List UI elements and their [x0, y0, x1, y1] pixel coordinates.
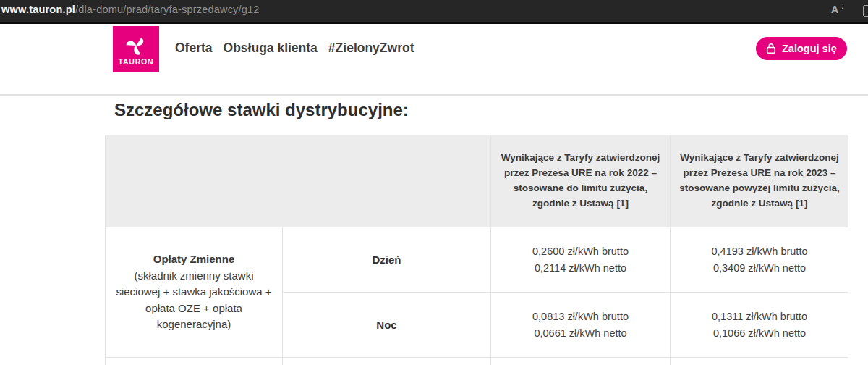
main-nav: Oferta Obsługa klienta #ZielonyZwrot [175, 24, 414, 72]
table-header-2023: Wynikające z Taryfy zatwierdzonej przez … [671, 135, 848, 227]
login-button-label: Zaloguj się [782, 43, 837, 54]
value-noc-2022: 0,0813 zł/kWh brutto 0,0661 zł/kWh netto [491, 293, 670, 357]
tauron-pinwheel-icon [124, 35, 148, 56]
next-row-partial-cell-2 [283, 358, 490, 365]
value-noc-2022-netto: 0,0661 zł/kWh netto [534, 325, 626, 341]
page: www.tauron.pl/dla-domu/prad/taryfa-sprze… [0, 0, 868, 365]
site-header: TAURON Oferta Obsługa klienta #ZielonyZw… [0, 24, 868, 94]
value-dzien-2023-brutto: 0,4193 zł/kWh brutto [712, 243, 808, 259]
url-path: /dla-domu/prad/taryfa-sprzedawcy/g12 [75, 4, 260, 15]
row-group-subtitle: (składnik zmienny stawki sieciowej + sta… [114, 268, 273, 333]
value-dzien-2022: 0,2600 zł/kWh brutto 0,2114 zł/kWh netto [491, 227, 670, 292]
next-row-partial-cell-1 [106, 358, 282, 365]
value-dzien-2023-netto: 0,3409 zł/kWh netto [713, 260, 806, 276]
value-noc-2023: 0,1311 zł/kWh brutto 0,1066 zł/kWh netto [671, 293, 848, 357]
header-divider [0, 94, 868, 96]
value-dzien-2023: 0,4193 zł/kWh brutto 0,3409 zł/kWh netto [671, 227, 848, 292]
table-header-2022: Wynikające z Taryfy zatwierdzonej przez … [491, 135, 670, 227]
bookmark-icon[interactable] [863, 5, 868, 17]
row-label-noc: Noc [283, 293, 490, 357]
table-header-empty-cell [106, 135, 490, 227]
url-text[interactable]: www.tauron.pl/dla-domu/prad/taryfa-sprze… [1, 4, 260, 15]
row-group-oplaty-zmienne: Opłaty Zmienne (składnik zmienny stawki … [106, 227, 282, 357]
login-button[interactable]: Zaloguj się [756, 37, 847, 60]
value-noc-2023-brutto: 0,1311 zł/kWh brutto [712, 309, 807, 324]
distribution-rates-table: Wynikające z Taryfy zatwierdzonej przez … [105, 135, 848, 365]
browser-address-bar[interactable]: www.tauron.pl/dla-domu/prad/taryfa-sprze… [0, 0, 868, 22]
row-label-dzien: Dzień [283, 227, 490, 292]
next-row-partial-cell-4 [671, 358, 848, 365]
nav-item-zielonyzwrot[interactable]: #ZielonyZwrot [328, 41, 414, 56]
read-aloud-wave [838, 4, 844, 9]
value-noc-2023-netto: 0,1066 zł/kWh netto [713, 325, 806, 341]
nav-item-oferta[interactable]: Oferta [175, 41, 213, 56]
logo-text: TAURON [119, 57, 154, 66]
nav-item-obsluga-klienta[interactable]: Obsługa klienta [224, 41, 318, 56]
value-dzien-2022-netto: 0,2114 zł/kWh netto [535, 260, 626, 276]
tauron-logo[interactable]: TAURON [113, 26, 159, 72]
lock-icon [766, 43, 776, 54]
next-row-partial-cell-3 [491, 358, 670, 365]
value-noc-2022-brutto: 0,0813 zł/kWh brutto [532, 309, 629, 324]
url-domain: www.tauron.pl [1, 4, 75, 15]
page-title: Szczegółowe stawki dystrybucyjne: [114, 100, 409, 120]
value-dzien-2022-brutto: 0,2600 zł/kWh brutto [532, 243, 629, 259]
read-aloud-icon[interactable]: A [831, 4, 843, 15]
row-group-title: Opłaty Zmienne [153, 251, 235, 268]
read-aloud-letter: A [831, 4, 838, 15]
